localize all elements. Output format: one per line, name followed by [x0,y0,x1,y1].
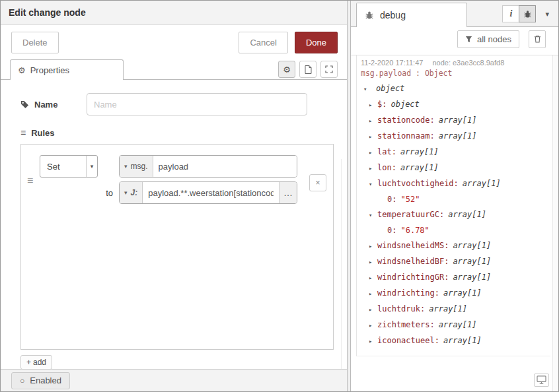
tree-key: temperatuurGC: [377,210,444,219]
rule-property-row: Set ▾ ▾ msg. [40,155,333,178]
tree-row[interactable]: 0:"52" [361,192,548,207]
tab-properties[interactable]: ⚙ Properties [10,59,124,80]
dialog-tab-bar: ⚙ Properties ⚙ [1,59,347,80]
tree-key: lat: [377,147,396,156]
add-rule-button[interactable]: +add [20,355,52,370]
node-description-button[interactable] [299,61,317,78]
chevron-expanded-icon[interactable]: ▾ [369,208,377,223]
tree-key: windsnelheidBF: [377,257,449,266]
chevron-collapsed-icon[interactable]: ▸ [369,145,377,160]
tree-row[interactable]: ▸$:object [361,97,548,113]
done-button[interactable]: Done [295,32,338,53]
tab-debug[interactable]: debug [356,3,467,27]
open-expression-editor-button[interactable]: … [279,182,297,203]
chevron-expanded-icon[interactable]: ▾ [369,177,377,192]
tree-key: zichtmeters: [377,320,435,329]
enabled-toggle[interactable]: ○ Enabled [11,372,70,389]
caret-down-icon: ▾ [86,156,97,177]
tree-row[interactable]: ▸zichtmeters:array[1] [361,317,548,333]
chevron-collapsed-icon[interactable]: ▸ [369,239,377,254]
expand-tray-button[interactable] [320,61,338,78]
open-in-window-button[interactable] [534,374,549,387]
rule-value-row: to ▾ J: … [40,181,333,204]
object-tree: ▾object ▸$:object ▸stationcode:array[1] … [361,81,548,349]
tree-value: array[1] [453,241,491,250]
properties-form: Name ≡ Rules ≡ Set ▾ [1,80,347,370]
debug-message-meta: 11-2-2020 17:11:47 node: e3ae3cc8.9afd8 [361,59,548,67]
debug-panel-button[interactable] [519,5,536,22]
plus-icon: + [26,358,31,367]
cancel-button[interactable]: Cancel [239,32,287,53]
chevron-expanded-icon[interactable]: ▾ [363,82,372,97]
tree-value: array[1] [400,163,439,172]
property-typed-input: ▾ msg. [119,155,297,178]
radio-icon: ○ [20,376,24,385]
chevron-collapsed-icon[interactable]: ▸ [369,271,377,286]
tree-row[interactable]: ▸windrichtingGR:array[1] [361,270,548,286]
tree-value: array[1] [443,336,482,345]
property-prefix-label: msg. [131,162,148,171]
rules-label: ≡ Rules [20,127,336,138]
delete-button[interactable]: Delete [11,32,59,53]
property-type-button[interactable]: ▾ msg. [120,156,153,177]
tray-scrollbar[interactable] [341,159,342,392]
tree-row[interactable]: ▸lat:array[1] [361,145,548,160]
tree-value: "52" [400,195,420,204]
chevron-down-icon[interactable]: ▾ [545,10,549,18]
tree-row[interactable]: ▾luchtvochtigheid:array[1] [361,176,548,192]
dialog-title: Edit change node [9,7,86,18]
tree-row[interactable]: ▸luchtdruk:array[1] [361,302,548,317]
node-settings-button[interactable]: ⚙ [278,61,295,78]
chevron-collapsed-icon[interactable]: ▸ [369,318,377,333]
chevron-collapsed-icon[interactable]: ▸ [369,114,377,129]
tree-value: array[1] [429,304,467,313]
filter-label: all nodes [477,34,511,44]
tree-row[interactable]: ▸windrichting:array[1] [361,286,548,302]
tree-row[interactable]: ▸lon:array[1] [361,160,548,176]
trash-button[interactable] [529,30,546,48]
tab-properties-label: Properties [30,65,69,75]
chevron-collapsed-icon[interactable]: ▸ [369,161,377,176]
bug-icon [523,10,532,18]
tree-row[interactable]: ▾object [361,81,548,97]
drag-handle-icon[interactable]: ≡ [27,175,33,187]
chevron-collapsed-icon[interactable]: ▸ [369,129,377,145]
tree-value: array[1] [453,273,491,282]
toolbar-right: Cancel Done [239,32,338,53]
tree-row[interactable]: ▸stationnaam:array[1] [361,129,548,145]
tree-row[interactable]: 0:"6.78" [361,223,548,238]
remove-rule-button[interactable]: × [309,174,326,191]
chevron-collapsed-icon[interactable]: ▸ [369,255,377,270]
tree-row[interactable]: ▸windsnelheidBF:array[1] [361,254,548,270]
tree-row[interactable]: ▸stationcode:array[1] [361,113,548,129]
chevron-collapsed-icon[interactable]: ▸ [369,98,377,113]
tree-key: 0: [387,195,396,204]
name-label: Name [20,100,87,110]
debug-message[interactable]: 11-2-2020 17:11:47 node: e3ae3cc8.9afd8 … [356,55,550,356]
filter-button[interactable]: all nodes [457,30,519,48]
tree-key: stationcode: [377,115,435,125]
funnel-icon [465,36,472,43]
rule-action-select[interactable]: Set ▾ [40,155,98,178]
name-input[interactable] [87,93,307,115]
chevron-collapsed-icon[interactable]: ▸ [369,286,377,302]
debug-filter-row: all nodes [351,27,558,51]
node-red-editor: Edit change node Delete Cancel Done ⚙ Pr… [0,0,559,392]
value-input[interactable] [143,182,279,203]
tree-row[interactable]: ▸icoonactueel:array[1] [361,333,548,349]
tree-value: array[1] [448,210,486,219]
monitor-icon [537,376,546,384]
dialog-header: Edit change node [1,1,347,25]
chevron-collapsed-icon[interactable]: ▸ [369,302,377,317]
tree-row[interactable]: ▸windsnelheidMS:array[1] [361,238,548,254]
sidebar-scrollbar[interactable] [552,55,558,391]
tree-value: array[1] [439,131,477,141]
info-button[interactable]: i [502,5,519,22]
chevron-collapsed-icon[interactable]: ▸ [369,334,377,349]
property-input[interactable] [153,156,297,177]
tree-key: stationnaam: [377,131,435,141]
trash-icon [534,35,541,43]
value-type-button[interactable]: ▾ J: [120,182,143,203]
document-icon [305,65,312,74]
tree-row[interactable]: ▾temperatuurGC:array[1] [361,207,548,223]
